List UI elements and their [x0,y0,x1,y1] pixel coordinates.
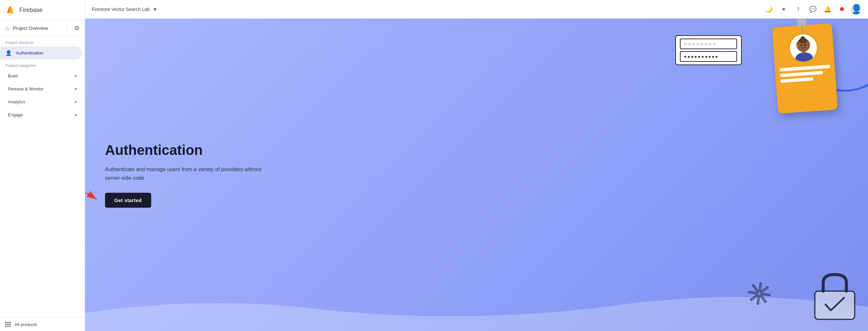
chevron-down-icon-2: ▾ [75,87,77,91]
record-button[interactable]: ⏺ [836,3,848,15]
sidebar-header: Firebase [0,0,85,20]
chevron-down-icon: ▾ [75,74,77,79]
topbar: Firestore Vector Search Lab ▾ 🌙 ✦ ? 💬 🔔 … [85,0,868,19]
settings-icon[interactable]: ⚙ [74,25,80,32]
card-clip [797,19,807,26]
project-name: Firestore Vector Search Lab [92,7,150,12]
card-line-1 [780,65,830,72]
hero-content: Authentication Authenticate and manage u… [105,142,271,208]
user-avatar[interactable]: 👤 [851,4,861,14]
project-shortcuts-label: Project shortcuts [0,36,85,47]
firebase-logo-icon [5,5,16,15]
password-field: ●●●●●●●●●● [680,51,737,62]
card-avatar-circle [788,32,819,63]
moon-icon: 🌙 [765,6,773,13]
analytics-label: Analytics [8,99,25,104]
engage-label: Engage [8,112,23,117]
sidebar-item-build[interactable]: Build ▾ [3,70,82,82]
people-icon: 👤 [5,50,12,56]
vertical-divider [67,24,67,32]
asterisk-decoration: ✳ [745,275,774,312]
help-button[interactable]: ? [792,3,804,15]
svg-rect-9 [815,291,855,319]
chat-icon: 💬 [809,6,816,13]
sidebar-item-engage[interactable]: Engage ▾ [3,109,82,121]
svg-rect-8 [802,51,806,54]
hero-description: Authenticate and manage users from a var… [105,165,271,182]
home-icon: ⌂ [5,25,9,32]
get-started-button[interactable]: Get started [105,193,151,208]
hero-title: Authentication [105,142,271,158]
card-lines [780,65,831,83]
build-label: Build [8,73,18,79]
card-line-3 [780,77,813,83]
bell-icon: 🔔 [824,6,831,13]
project-overview-label: Project Overview [13,26,60,31]
release-monitor-label: Release & Monitor [8,86,43,91]
sidebar-item-analytics[interactable]: Analytics ▾ [3,96,82,108]
illustration-area: ○○○○○○○○ ●●●●●●●●●● [437,19,868,331]
chevron-down-icon-4: ▾ [75,113,77,117]
sidebar-item-release-monitor[interactable]: Release & Monitor ▾ [3,83,82,95]
project-dropdown-icon[interactable]: ▾ [154,6,157,13]
person-illustration [788,32,818,62]
notifications-button[interactable]: 🔔 [822,3,833,15]
topbar-icons: 🌙 ✦ ? 💬 🔔 ⏺ 👤 [763,3,861,15]
hero-section: Authentication Authenticate and manage u… [85,19,868,331]
arrow-pointer-icon [85,189,102,206]
sidebar-item-all-products[interactable]: All products [0,318,85,331]
button-container: Get started [105,193,151,208]
help-icon: ? [797,6,800,12]
grid-icon [5,322,11,327]
card-clip-post [801,25,803,34]
lock-illustration [811,271,858,321]
main-content: Firestore Vector Search Lab ▾ 🌙 ✦ ? 💬 🔔 … [85,0,868,331]
record-icon: ⏺ [839,6,845,12]
sidebar: Firebase ⌂ Project Overview ⚙ Project sh… [0,0,85,331]
password-fields-illustration: ○○○○○○○○ ●●●●●●●●●● [675,35,742,65]
product-categories-label: Product categories [0,59,85,69]
all-products-label: All products [14,322,37,327]
firebase-title: Firebase [19,7,42,13]
project-overview-row[interactable]: ⌂ Project Overview ⚙ [0,20,85,36]
chat-button[interactable]: 💬 [807,3,819,15]
id-card-illustration [772,23,838,114]
sidebar-item-authentication[interactable]: 👤 Authentication [0,47,82,59]
card-line-2 [780,71,823,77]
username-field: ○○○○○○○○ [680,38,737,49]
dark-mode-button[interactable]: 🌙 [763,3,775,15]
authentication-label: Authentication [16,51,43,56]
spark-button[interactable]: ✦ [778,3,789,15]
spark-icon: ✦ [781,6,786,13]
chevron-down-icon-3: ▾ [75,100,77,104]
